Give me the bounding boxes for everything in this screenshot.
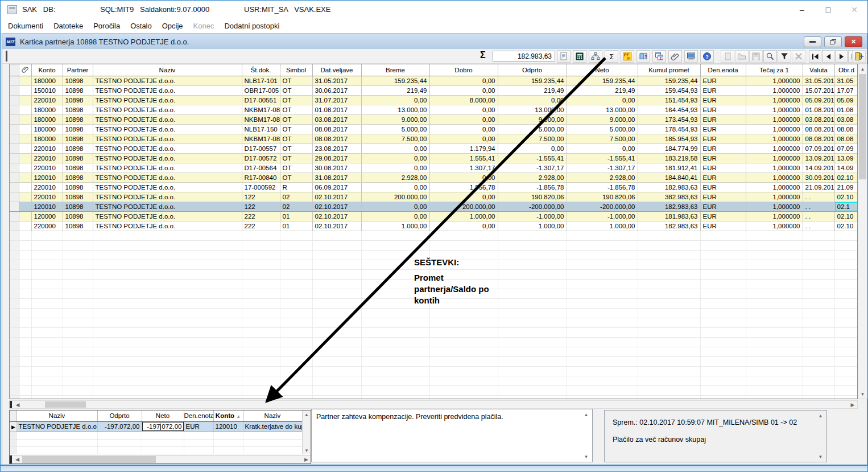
cell-neto[interactable]: 0,00 [567, 95, 638, 105]
cell-konto[interactable]: 120010 [31, 173, 63, 182]
header-konto[interactable]: Konto [31, 64, 63, 76]
cell-kumul-promet[interactable]: 173.454,93 [638, 114, 700, 124]
cell-partner[interactable]: 10898 [63, 173, 93, 182]
cell-naziv[interactable]: TESTNO PODJETJE d.o.o. [93, 221, 242, 231]
row-selector[interactable] [10, 182, 19, 192]
cell-partner[interactable]: 10898 [63, 114, 93, 124]
sums-header-naziv2[interactable]: Naziv [243, 411, 302, 421]
cell-kumul-promet[interactable]: 164.454,93 [638, 105, 700, 114]
cell-konto[interactable]: 180000 [31, 124, 63, 134]
cell-partner[interactable]: 10898 [63, 192, 93, 202]
cell-partner[interactable]: 10898 [63, 211, 93, 221]
cell-naziv[interactable]: TESTNO PODJETJE d.o.o. [93, 76, 242, 85]
cell-breme[interactable]: 2.928,00 [361, 173, 429, 182]
menu-dokumenti[interactable]: Dokumenti [3, 19, 48, 32]
cell-valuta[interactable]: 13.09.2017 [803, 153, 834, 163]
cell-dat-veljave[interactable]: 31.07.2017 [312, 95, 361, 105]
attachment-cell[interactable] [19, 173, 31, 182]
cell-tecaj-za-1[interactable]: 1,000000 [746, 134, 803, 143]
cell-simbol[interactable]: OT [280, 105, 312, 114]
cell-obr-d[interactable]: 14.09 [834, 163, 858, 173]
cell-dobro[interactable]: 0,00 [429, 105, 498, 114]
cell-obr-d[interactable]: 13.09 [834, 153, 858, 163]
cell-tecaj-za-1[interactable]: 1,000000 [746, 211, 803, 221]
cell-st-dok[interactable]: 122 [242, 202, 280, 211]
cell-odprto[interactable]: 5.000,00 [498, 124, 567, 134]
cell-neto[interactable]: 5.000,00 [567, 124, 638, 134]
cell-st-dok[interactable]: OBR17-005 [242, 85, 280, 95]
attachment-cell[interactable] [19, 153, 31, 163]
cell-neto[interactable]: 9.000,00 [567, 114, 638, 124]
header-den-enota[interactable]: Den.enota [700, 64, 746, 76]
cell-konto[interactable]: 220010 [31, 153, 63, 163]
screen-keys-button[interactable] [684, 50, 698, 63]
cell-den-enota[interactable]: EUR [700, 163, 746, 173]
partner-note-box[interactable]: Partner zahteva kompenzacije. Preveriti … [311, 409, 593, 462]
cell-st-dok[interactable]: 17-000592 [242, 182, 280, 192]
cell-partner[interactable]: 10898 [63, 163, 93, 173]
menu-konec[interactable]: Konec [188, 19, 220, 32]
cell-valuta[interactable]: . . [803, 192, 834, 202]
cell-naziv[interactable]: TESTNO PODJETJE d.o.o. [93, 202, 242, 211]
cell-valuta[interactable]: 08.08.2017 [803, 134, 834, 143]
cell-partner[interactable]: 10898 [63, 153, 93, 163]
attachment-cell[interactable] [19, 163, 31, 173]
cell-simbol[interactable]: OT [280, 153, 312, 163]
cell-odprto[interactable]: -1.307,17 [498, 163, 567, 173]
close-button[interactable]: ✕ [841, 1, 867, 19]
cell-naziv[interactable]: TESTNO PODJETJE d.o.o. [93, 192, 242, 202]
row-selector[interactable] [10, 105, 19, 114]
cell-breme[interactable]: 0,00 [361, 153, 429, 163]
cell-dat-veljave[interactable]: 30.08.2017 [312, 163, 361, 173]
table-row[interactable]: 22001010898TESTNO PODJETJE d.o.o.1220202… [10, 192, 858, 202]
sums-header-odprto[interactable]: Odprto [97, 411, 142, 421]
attachment-cell[interactable] [19, 202, 31, 211]
table-row[interactable]: 12000010898TESTNO PODJETJE d.o.o.2220102… [10, 211, 858, 221]
cell-odprto[interactable]: -1.856,78 [498, 182, 567, 192]
sums-cell-odprto[interactable]: -197.072,00 [97, 421, 142, 432]
toolbar-grip[interactable] [6, 51, 7, 61]
cell-valuta[interactable]: 21.09.2017 [803, 182, 834, 192]
cell-dat-veljave[interactable]: 02.10.2017 [312, 202, 361, 211]
cell-dat-veljave[interactable]: 02.10.2017 [312, 192, 361, 202]
cell-tecaj-za-1[interactable]: 1,000000 [746, 124, 803, 134]
cell-breme[interactable]: 0,00 [361, 211, 429, 221]
calculator-button[interactable] [573, 50, 586, 63]
cell-den-enota[interactable]: EUR [700, 85, 746, 95]
row-selector[interactable] [10, 163, 19, 173]
menu-datoteke[interactable]: Datoteke [48, 19, 88, 32]
cell-obr-d[interactable]: 08.08 [834, 124, 858, 134]
cell-valuta[interactable]: 07.09.2017 [803, 143, 834, 153]
attachment-cell[interactable] [19, 221, 31, 231]
cell-st-dok[interactable]: NLB17-101 [242, 76, 280, 85]
cell-konto[interactable]: 220010 [31, 192, 63, 202]
attachment-cell[interactable] [19, 124, 31, 134]
cell-breme[interactable]: 0,00 [361, 182, 429, 192]
cell-obr-d[interactable]: 01.08 [834, 105, 858, 114]
cell-odprto[interactable]: 159.235,44 [498, 76, 567, 85]
header-simbol[interactable]: Simbol [280, 64, 312, 76]
header-neto[interactable]: Neto [567, 64, 638, 76]
cell-naziv[interactable]: TESTNO PODJETJE d.o.o. [93, 95, 242, 105]
cell-simbol[interactable]: OT [280, 163, 312, 173]
cell-dat-veljave[interactable]: 06.09.2017 [312, 182, 361, 192]
cell-dat-veljave[interactable]: 03.08.2017 [312, 114, 361, 124]
cell-neto[interactable]: -1.555,41 [567, 153, 638, 163]
cell-tecaj-za-1[interactable]: 1,000000 [746, 202, 803, 211]
info-scrollbar[interactable]: ▲ ▼ [816, 412, 825, 461]
cell-simbol[interactable]: OT [280, 95, 312, 105]
cell-den-enota[interactable]: EUR [700, 211, 746, 221]
cell-valuta[interactable]: . . [803, 211, 834, 221]
cell-valuta[interactable]: 15.07.2017 [803, 85, 834, 95]
cell-odprto[interactable]: 0,00 [498, 95, 567, 105]
cell-dobro[interactable]: 0,00 [429, 134, 498, 143]
cell-kumul-promet[interactable]: 185.954,93 [638, 134, 700, 143]
cell-konto[interactable]: 180000 [31, 105, 63, 114]
header-obr-d[interactable]: Obr.d [834, 64, 858, 76]
scroll-down-icon[interactable]: ▼ [303, 446, 311, 454]
cell-den-enota[interactable]: EUR [700, 143, 746, 153]
cell-den-enota[interactable]: EUR [700, 173, 746, 182]
row-selector[interactable] [10, 76, 19, 85]
cell-st-dok[interactable]: 122 [242, 192, 280, 202]
cell-simbol[interactable]: OT [280, 173, 312, 182]
